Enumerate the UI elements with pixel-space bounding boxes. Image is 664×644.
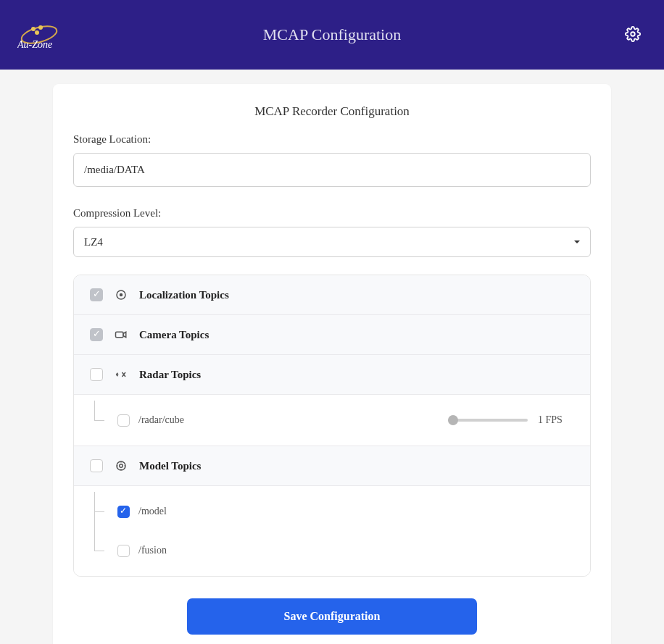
svg-point-7 [120, 294, 123, 296]
radar-fps-label: 1 FPS [538, 414, 574, 426]
fusion-checkbox[interactable] [117, 545, 130, 557]
tree-line [94, 408, 109, 432]
radar-topic-header[interactable]: Radar Topics [74, 355, 590, 395]
fusion-label: /fusion [138, 545, 574, 556]
logo-icon: Au-Zone [17, 20, 61, 49]
tree-line [94, 538, 109, 563]
model-item-checkbox[interactable] [117, 506, 130, 518]
radar-fps-control: 1 FPS [448, 414, 574, 426]
svg-point-2 [38, 25, 43, 30]
radar-icon [115, 368, 128, 381]
gear-icon [625, 26, 641, 42]
model-item-label: /model [138, 506, 574, 517]
svg-point-9 [120, 464, 123, 468]
save-button[interactable]: Save Configuration [187, 598, 477, 635]
model-icon [115, 459, 128, 472]
storage-label: Storage Location: [73, 133, 591, 146]
svg-point-1 [31, 27, 36, 31]
radar-subtopics: /radar/cube 1 FPS [74, 395, 590, 446]
model-row: /model [74, 492, 590, 531]
camera-checkbox[interactable] [90, 328, 103, 341]
settings-button[interactable] [619, 20, 647, 50]
model-subtopics: /model /fusion [74, 486, 590, 576]
config-card: MCAP Recorder Configuration Storage Loca… [53, 84, 611, 644]
radar-cube-label: /radar/cube [138, 414, 439, 426]
radar-fps-slider[interactable] [448, 419, 528, 422]
compression-select[interactable]: LZ4 [73, 227, 591, 257]
camera-title: Camera Topics [139, 329, 209, 341]
localization-checkbox[interactable] [90, 288, 103, 301]
fusion-row: /fusion [74, 531, 590, 570]
svg-rect-8 [116, 332, 124, 338]
storage-input[interactable] [73, 153, 591, 187]
brand-logo: Au-Zone [17, 20, 61, 49]
svg-point-3 [35, 30, 39, 35]
svg-point-10 [117, 461, 125, 470]
svg-point-5 [631, 32, 635, 36]
radar-title: Radar Topics [139, 369, 201, 381]
svg-text:Au-Zone: Au-Zone [17, 39, 52, 49]
camera-icon [115, 328, 128, 341]
camera-topic-header[interactable]: Camera Topics [74, 315, 590, 355]
page-title: MCAP Configuration [263, 25, 401, 44]
card-title: MCAP Recorder Configuration [73, 104, 591, 119]
tree-line [94, 499, 109, 524]
model-title: Model Topics [139, 460, 201, 472]
localization-topic-header[interactable]: Localization Topics [74, 275, 590, 315]
localization-title: Localization Topics [139, 289, 229, 301]
radar-cube-row: /radar/cube 1 FPS [74, 401, 590, 440]
app-header: Au-Zone MCAP Configuration [0, 0, 664, 70]
model-topic-header[interactable]: Model Topics [74, 446, 590, 486]
radar-cube-checkbox[interactable] [117, 414, 130, 427]
radar-checkbox[interactable] [90, 368, 103, 381]
location-icon [115, 288, 128, 301]
topics-panel: Localization Topics Camera Topics Radar … [73, 275, 591, 577]
model-checkbox[interactable] [90, 459, 103, 472]
compression-label: Compression Level: [73, 207, 591, 219]
